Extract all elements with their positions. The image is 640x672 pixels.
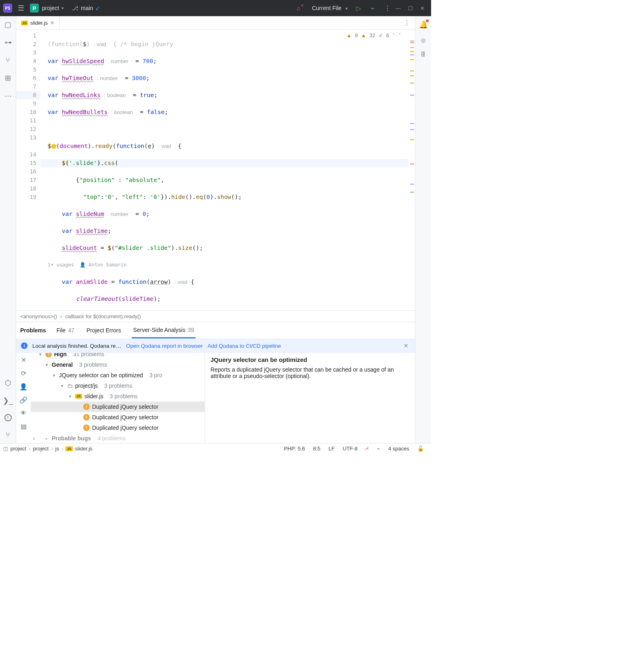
right-tool-rail: 🔔 ◎ 🗄 — [415, 16, 431, 443]
problem-item[interactable]: !Duplicated jQuery selector — [31, 423, 204, 433]
terminal-tool-icon[interactable]: ❯_ — [3, 396, 13, 405]
services-tool-icon[interactable]: ⬡ — [5, 378, 11, 387]
log-icon[interactable]: ▤ — [21, 423, 27, 430]
problem-item[interactable]: !Duplicated jQuery selector — [31, 412, 204, 423]
xdebug-icon[interactable]: ⌁̸ — [366, 446, 369, 452]
project-chip[interactable]: P — [30, 4, 39, 13]
minimize-button[interactable]: — — [396, 5, 401, 11]
code-area[interactable]: (function($) : void { /* begin jQuery va… — [40, 30, 415, 311]
editor-breadcrumb[interactable]: <anonymous>() › callback for $(document)… — [16, 311, 415, 322]
ai-assistant-icon[interactable]: ◎ — [421, 37, 425, 43]
close-button[interactable]: ✕ — [420, 5, 425, 11]
tool-window-toggle-icon[interactable]: ◫ — [3, 446, 8, 452]
problems-tree[interactable]: ▾!High 31 problems ▾General 3 problems ▾… — [31, 353, 204, 443]
tab-server-side-analysis[interactable]: Server-Side Analysis39 — [132, 322, 196, 338]
notifications-icon[interactable]: 🔔 — [419, 20, 428, 29]
tab-project-errors[interactable]: Project Errors — [85, 322, 123, 338]
structure-tool-icon[interactable]: ⊞ — [5, 74, 11, 82]
tab-more-icon[interactable]: ⋮ — [399, 19, 415, 27]
left-tool-rail: ▢ ⊶ ⑂ ⊞ ⋯ ⬡ ❯_ ! ⑂ — [0, 16, 16, 443]
ok-icon: ✓ — [379, 32, 383, 38]
gutter: 1234567 8 910111213 141516171819 — [16, 30, 40, 311]
debug-button[interactable]: ⌁ — [371, 4, 375, 12]
js-file-icon: JS — [65, 446, 72, 451]
info-icon: i — [21, 342, 27, 349]
encoding[interactable]: UTF-8 — [343, 446, 358, 452]
user-icon[interactable]: 👤 — [19, 383, 27, 391]
titlebar: PS ☰ P project ▾ ⎇ main ↙ ⌕✕ Current Fil… — [0, 0, 431, 16]
branch-icon: ⎇ — [72, 5, 78, 11]
inlay-hints: 1+ usages👤 Anton Samarin — [40, 261, 415, 269]
warning-icon: ▲ — [346, 32, 352, 38]
inspection-widget[interactable]: ▲9 ▲32 ✓6 ˄ ˅ — [346, 32, 401, 38]
problem-item[interactable]: !Duplicated jQuery selector — [31, 402, 204, 412]
chevron-up-icon[interactable]: ˄ — [392, 32, 395, 38]
close-tab-icon[interactable]: ✕ — [50, 20, 55, 26]
line-separator[interactable]: LF — [328, 446, 335, 452]
add-qodana-ci-link[interactable]: Add Qodana to CI/CD pipeline — [208, 343, 281, 349]
open-qodana-link[interactable]: Open Qodana report in browser — [126, 343, 203, 349]
tab-label: slider.js — [30, 20, 48, 26]
tab-file[interactable]: File47 — [55, 322, 76, 338]
php-version[interactable]: PHP: 5.6 — [284, 446, 305, 452]
listener-icon[interactable]: ⌁ — [377, 446, 380, 452]
incoming-icon: ↙ — [95, 5, 100, 11]
problem-detail: JQuery selector can be optimized Reports… — [204, 353, 415, 443]
problems-tool-icon[interactable]: ! — [4, 414, 12, 421]
refresh-icon[interactable]: ⟳ — [21, 370, 26, 377]
preview-icon[interactable]: 👁 — [20, 410, 27, 417]
main-menu-button[interactable]: ☰ — [18, 4, 24, 13]
debug-breakpoint-icon[interactable]: ⌕✕ — [297, 4, 304, 12]
more-actions-icon[interactable]: ⋮ — [384, 4, 391, 12]
problems-toolbar: ✕ ⟳ 👤 🔗 👁 ▤ — [16, 353, 31, 443]
run-config-selector[interactable]: Current File ▾ — [312, 5, 348, 11]
vcs-tool-icon[interactable]: ⑂ — [6, 430, 10, 439]
branch-name: main — [81, 5, 93, 11]
editor[interactable]: 1234567 8 910111213 141516171819 (functi… — [16, 30, 415, 311]
app-icon[interactable]: PS — [3, 4, 12, 13]
error-stripe[interactable] — [408, 30, 415, 311]
commit-tool-icon[interactable]: ⊶ — [4, 38, 12, 47]
expand-icon[interactable]: › — [33, 435, 35, 442]
more-tool-icon[interactable]: ⋯ — [4, 91, 12, 100]
problems-tabs: Problems File47 Project Errors Server-Si… — [16, 322, 415, 338]
js-file-icon: JS — [21, 21, 28, 25]
tab-slider-js[interactable]: JS slider.js ✕ — [16, 16, 60, 30]
database-icon[interactable]: 🗄 — [421, 51, 426, 57]
chevron-down-icon[interactable]: ˅ — [398, 32, 401, 38]
close-panel-icon[interactable]: ✕ — [21, 356, 26, 364]
vcs-widget[interactable]: ⎇ main ↙ — [72, 5, 100, 11]
maximize-button[interactable]: ☐ — [408, 5, 413, 11]
chevron-down-icon[interactable]: ▾ — [61, 6, 64, 11]
cursor-position[interactable]: 8:5 — [313, 446, 320, 452]
banner-close-icon[interactable]: ✕ — [404, 342, 410, 349]
problems-panel: Problems File47 Project Errors Server-Si… — [16, 322, 415, 443]
editor-tabs: JS slider.js ✕ ⋮ — [16, 16, 415, 30]
project-tool-icon[interactable]: ▢ — [4, 20, 11, 29]
run-button[interactable]: ▷ — [356, 4, 361, 12]
readonly-icon[interactable]: 🔓 — [417, 446, 424, 452]
link-icon[interactable]: 🔗 — [19, 396, 27, 404]
status-bar: ◫ project› project› js› JS slider.js PHP… — [0, 443, 431, 454]
warning-icon: ▲ — [361, 32, 366, 38]
qodana-banner: i Local analysis finished. Qodana re… Op… — [16, 338, 415, 353]
nav-breadcrumb[interactable]: project› project› js› JS slider.js — [11, 446, 93, 452]
pull-requests-icon[interactable]: ⑂ — [6, 56, 10, 65]
project-name[interactable]: project — [42, 5, 59, 11]
problems-title: Problems — [20, 327, 46, 334]
indent-widget[interactable]: 4 spaces — [388, 446, 409, 452]
